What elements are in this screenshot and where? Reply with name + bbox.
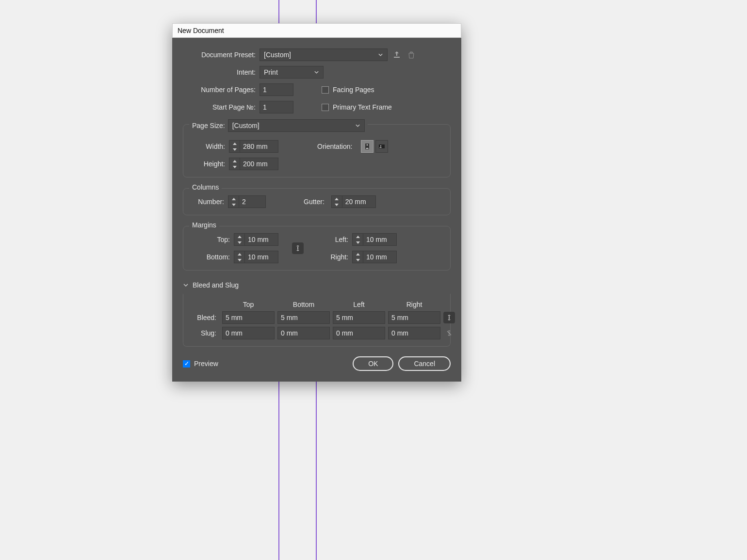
step-down-icon[interactable] xyxy=(229,164,240,170)
step-down-icon[interactable] xyxy=(353,257,363,263)
orientation-landscape[interactable] xyxy=(375,140,388,153)
width-input[interactable] xyxy=(240,140,278,153)
margin-top-stepper[interactable] xyxy=(234,233,278,246)
slug-left-input[interactable] xyxy=(333,327,385,339)
height-stepper[interactable] xyxy=(229,158,278,170)
intent-value: Print xyxy=(264,68,278,76)
orientation-label: Orientation: xyxy=(317,143,356,150)
margin-top-input[interactable] xyxy=(244,233,278,246)
width-stepper[interactable] xyxy=(229,140,278,153)
columns-legend: Columns xyxy=(189,183,222,191)
step-up-icon[interactable] xyxy=(332,196,342,202)
step-up-icon[interactable] xyxy=(228,196,239,202)
link-margins-icon[interactable] xyxy=(292,242,304,254)
columns-group: Columns Number: Gutter: xyxy=(183,188,451,215)
facing-pages-checkbox[interactable]: Facing Pages xyxy=(322,86,374,94)
step-down-icon[interactable] xyxy=(229,146,240,152)
margins-group: Margins Top: Bottom: Left: xyxy=(183,226,451,271)
height-input[interactable] xyxy=(240,158,278,170)
preview-label: Preview xyxy=(194,360,218,368)
page-size-dropdown[interactable]: [Custom] xyxy=(228,119,365,132)
step-down-icon[interactable] xyxy=(228,202,239,208)
bleed-slug-toggle[interactable]: Bleed and Slug xyxy=(183,281,451,289)
preview-checkbox[interactable]: Preview xyxy=(183,360,218,368)
preset-dropdown[interactable]: [Custom] xyxy=(260,48,388,61)
bleed-slug-title: Bleed and Slug xyxy=(193,281,239,289)
page-size-value: [Custom] xyxy=(232,122,260,129)
cancel-button[interactable]: Cancel xyxy=(398,356,451,371)
pages-label: Number of Pages: xyxy=(183,86,260,94)
pages-input[interactable] xyxy=(260,83,293,96)
page-size-group: Page Size: [Custom] Width: Orientation: xyxy=(183,124,451,177)
window-title: New Document xyxy=(178,27,224,34)
startpage-input[interactable] xyxy=(260,101,293,113)
columns-number-stepper[interactable] xyxy=(228,195,266,208)
save-preset-icon[interactable] xyxy=(391,49,402,60)
margin-bottom-input[interactable] xyxy=(244,251,278,263)
columns-number-input[interactable] xyxy=(239,195,266,208)
ok-button[interactable]: OK xyxy=(353,356,393,371)
chevron-down-icon xyxy=(183,282,189,288)
margin-left-label: Left: xyxy=(313,236,352,243)
slug-top-input[interactable] xyxy=(222,327,275,339)
margin-left-input[interactable] xyxy=(363,233,397,246)
margins-legend: Margins xyxy=(189,221,219,229)
gutter-stepper[interactable] xyxy=(331,195,376,208)
chevron-down-icon xyxy=(378,52,383,58)
columns-number-label: Number: xyxy=(190,198,228,206)
bleed-right-input[interactable] xyxy=(388,311,440,324)
margin-left-stepper[interactable] xyxy=(352,233,397,246)
margin-bottom-stepper[interactable] xyxy=(234,251,278,263)
intent-dropdown[interactable]: Print xyxy=(260,66,324,79)
header-top: Top xyxy=(222,301,275,308)
intent-label: Intent: xyxy=(183,68,260,76)
preset-label: Document Preset: xyxy=(183,51,260,59)
step-up-icon[interactable] xyxy=(353,251,363,257)
link-slug-icon[interactable] xyxy=(443,327,455,339)
step-down-icon[interactable] xyxy=(234,257,244,263)
margin-top-label: Top: xyxy=(190,236,234,243)
gutter-input[interactable] xyxy=(342,195,376,208)
slug-label: Slug: xyxy=(190,329,219,337)
chevron-down-icon xyxy=(314,70,319,75)
height-label: Height: xyxy=(190,160,229,168)
width-label: Width: xyxy=(190,143,229,150)
step-up-icon[interactable] xyxy=(234,234,244,240)
new-document-dialog: New Document Document Preset: [Custom] I… xyxy=(172,23,461,382)
margin-bottom-label: Bottom: xyxy=(190,253,234,261)
step-down-icon[interactable] xyxy=(353,240,363,245)
bleed-slug-group: Top Bottom Left Right Bleed: Slug: xyxy=(183,294,451,347)
header-right: Right xyxy=(388,301,440,308)
header-left: Left xyxy=(333,301,385,308)
primary-text-frame-checkbox[interactable]: Primary Text Frame xyxy=(322,103,392,111)
startpage-label: Start Page №: xyxy=(183,103,260,111)
step-down-icon[interactable] xyxy=(234,240,244,245)
step-up-icon[interactable] xyxy=(234,251,244,257)
step-up-icon[interactable] xyxy=(353,234,363,240)
gutter-label: Gutter: xyxy=(304,198,328,206)
chevron-down-icon xyxy=(355,123,360,128)
svg-point-3 xyxy=(380,145,381,146)
step-up-icon[interactable] xyxy=(229,141,240,146)
bleed-bottom-input[interactable] xyxy=(277,311,330,324)
bleed-top-input[interactable] xyxy=(222,311,275,324)
margin-right-label: Right: xyxy=(313,253,352,261)
margin-right-stepper[interactable] xyxy=(352,251,397,263)
checkbox-icon xyxy=(322,86,329,94)
bleed-left-input[interactable] xyxy=(333,311,385,324)
checkbox-icon xyxy=(322,104,329,111)
primary-text-frame-label: Primary Text Frame xyxy=(333,103,392,111)
checkbox-checked-icon xyxy=(183,360,190,368)
margin-right-input[interactable] xyxy=(363,251,397,263)
titlebar[interactable]: New Document xyxy=(172,23,461,38)
svg-point-1 xyxy=(367,144,368,146)
bleed-label: Bleed: xyxy=(190,314,219,321)
slug-bottom-input[interactable] xyxy=(277,327,330,339)
orientation-portrait[interactable] xyxy=(361,140,374,153)
facing-pages-label: Facing Pages xyxy=(333,86,374,94)
slug-right-input[interactable] xyxy=(388,327,440,339)
step-down-icon[interactable] xyxy=(332,202,342,208)
link-bleed-icon[interactable] xyxy=(443,312,455,323)
delete-preset-icon[interactable] xyxy=(406,49,417,60)
step-up-icon[interactable] xyxy=(229,158,240,164)
